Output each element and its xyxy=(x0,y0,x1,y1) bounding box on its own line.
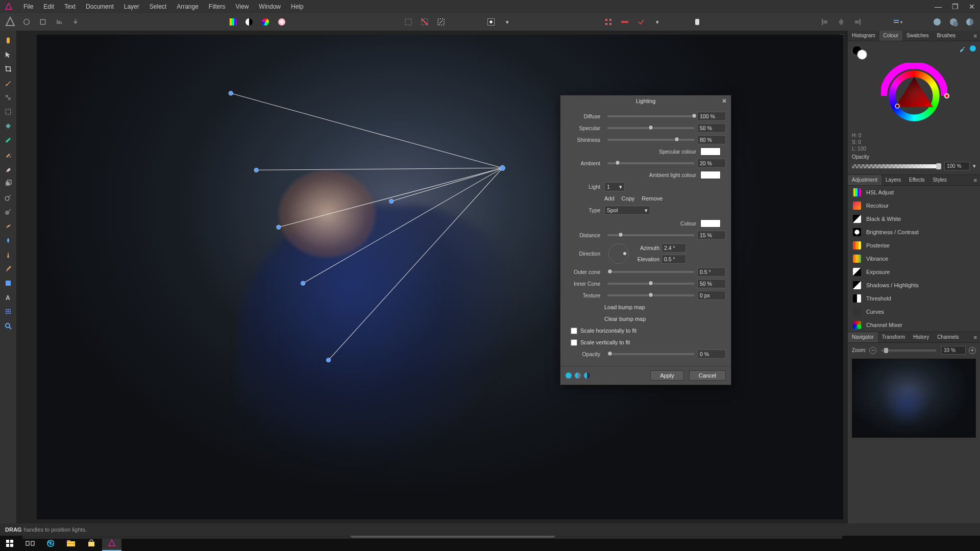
dialog-close-icon[interactable]: ✕ xyxy=(722,97,727,105)
snap-guides-icon[interactable] xyxy=(619,16,631,28)
tab-histogram[interactable]: Histogram xyxy=(848,31,879,41)
erase-tool-icon[interactable] xyxy=(3,163,14,174)
light-colour-swatch[interactable] xyxy=(700,219,721,228)
load-bump-button[interactable]: Load bump map xyxy=(604,304,645,310)
menu-window[interactable]: Window xyxy=(254,1,286,12)
sharpen-tool-icon[interactable] xyxy=(3,249,14,260)
selection-sub-icon[interactable] xyxy=(435,16,447,28)
zoom-tool-icon[interactable] xyxy=(3,320,14,332)
text-tool-icon[interactable]: A xyxy=(3,292,14,303)
remove-light-button[interactable]: Remove xyxy=(642,195,663,202)
adjustment-item[interactable]: Recolour xyxy=(848,199,980,212)
arrange-dropdown-icon[interactable]: ▾ xyxy=(891,16,903,28)
smudge-tool-icon[interactable] xyxy=(3,220,14,232)
adjustment-item[interactable]: Brightness / Contrast xyxy=(848,226,980,239)
boolean-int-icon[interactable] xyxy=(964,16,976,28)
align-left-icon[interactable] xyxy=(819,16,831,28)
snap-options-icon[interactable] xyxy=(635,16,647,28)
tab-colour[interactable]: Colour xyxy=(879,31,902,41)
bw-icon[interactable] xyxy=(243,16,255,28)
ambient-slider[interactable] xyxy=(607,162,694,164)
persona-export-icon[interactable] xyxy=(69,16,82,28)
zoom-value[interactable]: 33 % xyxy=(941,346,966,355)
close-icon[interactable]: ✕ xyxy=(964,1,980,13)
flood-select-tool-icon[interactable] xyxy=(3,120,14,132)
zoom-slider[interactable] xyxy=(881,349,936,352)
adjustment-item[interactable]: Vibrance xyxy=(848,252,980,265)
diffuse-slider[interactable] xyxy=(607,115,694,117)
hand-tool-icon[interactable] xyxy=(3,35,14,46)
type-select[interactable]: Spot▾ xyxy=(604,206,650,215)
tab-channels[interactable]: Channels xyxy=(933,332,963,342)
preset3-icon[interactable] xyxy=(584,372,590,379)
minimize-icon[interactable]: — xyxy=(929,1,947,13)
tab-layers[interactable]: Layers xyxy=(881,175,905,185)
adjustment-item[interactable]: Posterise xyxy=(848,239,980,252)
menu-edit[interactable]: Edit xyxy=(38,1,59,12)
fill-tool-icon[interactable] xyxy=(3,149,14,160)
add-light-button[interactable]: Add xyxy=(604,195,615,202)
picker-icon[interactable] xyxy=(959,45,966,60)
scale-v-checkbox[interactable] xyxy=(571,339,577,346)
scale-h-checkbox[interactable] xyxy=(571,328,577,334)
ambient-value[interactable]: 20 % xyxy=(697,159,726,168)
persona-photo-icon[interactable] xyxy=(4,16,16,28)
blur-tool-icon[interactable] xyxy=(3,235,14,246)
azimuth-value[interactable]: 2.4 ° xyxy=(662,243,686,253)
dropdown2-icon[interactable]: ▾ xyxy=(651,16,664,28)
adjustment-item[interactable]: Black & White xyxy=(848,212,980,226)
tab-brushes[interactable]: Brushes xyxy=(933,31,960,41)
adjustment-item[interactable]: Threshold xyxy=(848,292,980,305)
menu-view[interactable]: View xyxy=(231,1,254,12)
adjustment-item[interactable]: Channel Mixer xyxy=(848,318,980,332)
pen-tool-icon[interactable] xyxy=(3,263,14,274)
colour-mode-icon[interactable] xyxy=(970,45,976,52)
tab-styles[interactable]: Styles xyxy=(928,175,950,185)
persona-liquify-icon[interactable] xyxy=(20,16,33,28)
menu-help[interactable]: Help xyxy=(286,1,309,12)
tab-adjustment[interactable]: Adjustment xyxy=(848,175,881,185)
tab-navigator[interactable]: Navigator xyxy=(848,332,878,342)
outer-cone-value[interactable]: 0.5 ° xyxy=(697,267,726,277)
dodge-tool-icon[interactable] xyxy=(3,192,14,203)
tab-transform[interactable]: Transform xyxy=(878,332,909,342)
zoom-in-icon[interactable]: + xyxy=(969,347,976,354)
preset2-icon[interactable] xyxy=(575,372,581,379)
move-tool-icon[interactable] xyxy=(3,49,14,60)
healing-tool-icon[interactable] xyxy=(3,92,14,103)
colour-wheel[interactable] xyxy=(881,63,947,129)
light-select[interactable]: 1▾ xyxy=(604,182,625,191)
persona-tone-icon[interactable] xyxy=(53,16,65,28)
copy-light-button[interactable]: Copy xyxy=(622,195,635,202)
tab-swatches[interactable]: Swatches xyxy=(902,31,933,41)
texture-slider[interactable] xyxy=(607,294,694,296)
clone-tool-icon[interactable] xyxy=(3,178,14,189)
align-center-icon[interactable] xyxy=(835,16,847,28)
wb-icon[interactable] xyxy=(227,16,239,28)
ambient-colour-swatch[interactable] xyxy=(700,171,721,179)
snap-grid-icon[interactable] xyxy=(602,16,615,28)
menu-select[interactable]: Select xyxy=(144,1,172,12)
inner-cone-slider[interactable] xyxy=(607,283,694,285)
menu-file[interactable]: File xyxy=(18,1,38,12)
align-right-icon[interactable] xyxy=(851,16,864,28)
specular-slider[interactable] xyxy=(607,127,694,129)
burn-tool-icon[interactable] xyxy=(3,206,14,217)
marquee-tool-icon[interactable] xyxy=(3,106,14,117)
gradient-icon[interactable] xyxy=(276,16,288,28)
specular-value[interactable]: 50 % xyxy=(697,123,726,133)
zoom-out-icon[interactable]: − xyxy=(869,347,876,354)
panel-menu2-icon[interactable]: ≡ xyxy=(971,175,980,185)
distance-slider[interactable] xyxy=(607,234,694,236)
clear-bump-button[interactable]: Clear bump map xyxy=(604,316,646,322)
inner-cone-value[interactable]: 50 % xyxy=(697,279,726,288)
quickmask-icon[interactable] xyxy=(485,16,497,28)
dialog-title[interactable]: Lighting ✕ xyxy=(560,95,731,107)
navigator-preview[interactable] xyxy=(852,359,976,438)
diffuse-value[interactable]: 100 % xyxy=(697,112,726,121)
apply-button[interactable]: Apply xyxy=(650,370,684,381)
paint-tool-icon[interactable] xyxy=(3,135,14,146)
outer-cone-slider[interactable] xyxy=(607,271,694,273)
start-icon[interactable] xyxy=(0,536,19,551)
texture-value[interactable]: 0 px xyxy=(697,291,726,300)
